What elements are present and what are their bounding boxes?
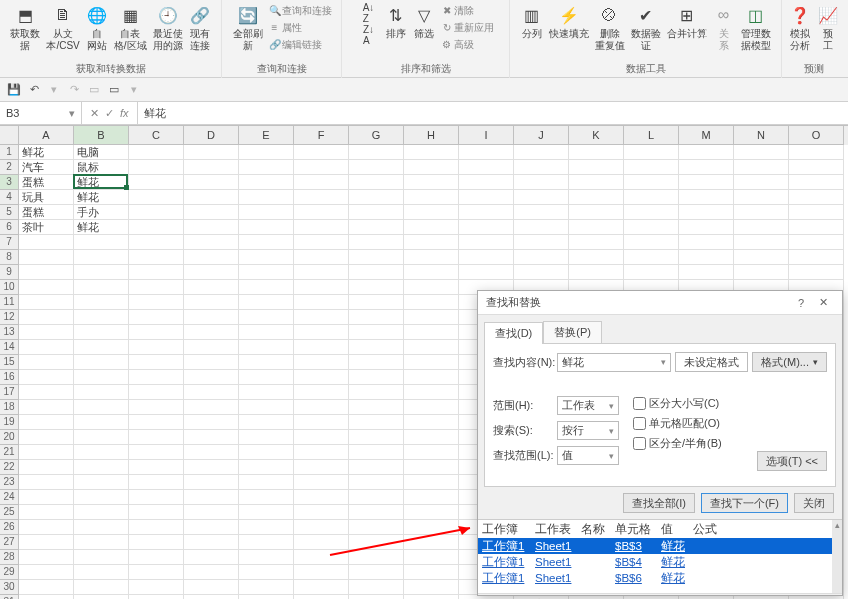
cell-A22[interactable] [19,460,74,475]
row-header-16[interactable]: 16 [0,370,19,385]
cell-G6[interactable] [349,220,404,235]
row-header-27[interactable]: 27 [0,535,19,550]
cell-A26[interactable] [19,520,74,535]
cell-F21[interactable] [294,445,349,460]
cell-C15[interactable] [129,355,184,370]
cell-D13[interactable] [184,325,239,340]
cell-F6[interactable] [294,220,349,235]
cell-J9[interactable] [514,265,569,280]
cell-D17[interactable] [184,385,239,400]
row-header-4[interactable]: 4 [0,190,19,205]
row-header-1[interactable]: 1 [0,145,19,160]
cell-H8[interactable] [404,250,459,265]
cell-C3[interactable] [129,175,184,190]
cell-F30[interactable] [294,580,349,595]
cell-F25[interactable] [294,505,349,520]
cell-C28[interactable] [129,550,184,565]
cell-H28[interactable] [404,550,459,565]
find-all-button[interactable]: 查找全部(I) [623,493,695,513]
cell-D26[interactable] [184,520,239,535]
cell-D3[interactable] [184,175,239,190]
cell-B29[interactable] [74,565,129,580]
cell-G9[interactable] [349,265,404,280]
cell-I6[interactable] [459,220,514,235]
cell-A10[interactable] [19,280,74,295]
cell-B8[interactable] [74,250,129,265]
cell-J7[interactable] [514,235,569,250]
row-header-14[interactable]: 14 [0,340,19,355]
cell-C14[interactable] [129,340,184,355]
row-header-29[interactable]: 29 [0,565,19,580]
tab-replace[interactable]: 替换(P) [543,321,602,343]
cell-C6[interactable] [129,220,184,235]
col-header-N[interactable]: N [734,126,789,145]
cell-A12[interactable] [19,310,74,325]
btn-data-val[interactable]: ✔数据验 证 [628,2,664,54]
match-cell-checkbox[interactable]: 单元格匹配(O) [633,416,747,431]
cell-C19[interactable] [129,415,184,430]
cell-N9[interactable] [734,265,789,280]
cell-D14[interactable] [184,340,239,355]
cell-E17[interactable] [239,385,294,400]
cell-H21[interactable] [404,445,459,460]
cell-H25[interactable] [404,505,459,520]
cell-C13[interactable] [129,325,184,340]
cell-G8[interactable] [349,250,404,265]
results-scrollbar[interactable]: ▴ [832,520,842,593]
cell-B28[interactable] [74,550,129,565]
btn-data-model[interactable]: ◫管理数 据模型 [738,2,774,54]
cell-F9[interactable] [294,265,349,280]
cell-D9[interactable] [184,265,239,280]
cell-B23[interactable] [74,475,129,490]
cell-A14[interactable] [19,340,74,355]
cell-D2[interactable] [184,160,239,175]
row-header-17[interactable]: 17 [0,385,19,400]
cell-H3[interactable] [404,175,459,190]
cell-C20[interactable] [129,430,184,445]
cancel-icon[interactable]: ✕ [90,107,99,120]
row-header-21[interactable]: 21 [0,445,19,460]
cell-E4[interactable] [239,190,294,205]
cell-F11[interactable] [294,295,349,310]
cell-H1[interactable] [404,145,459,160]
col-header-G[interactable]: G [349,126,404,145]
cell-E19[interactable] [239,415,294,430]
cell-E20[interactable] [239,430,294,445]
cell-L2[interactable] [624,160,679,175]
col-header-L[interactable]: L [624,126,679,145]
cell-B13[interactable] [74,325,129,340]
cell-C25[interactable] [129,505,184,520]
cell-B12[interactable] [74,310,129,325]
cell-K1[interactable] [569,145,624,160]
close-icon[interactable]: ✕ [812,296,834,309]
btn-get-data[interactable]: ⬒获取数 据 [7,2,43,54]
cell-E3[interactable] [239,175,294,190]
cell-D12[interactable] [184,310,239,325]
cell-A29[interactable] [19,565,74,580]
qat-undo[interactable]: ↶ [26,82,42,98]
cell-G22[interactable] [349,460,404,475]
cell-K7[interactable] [569,235,624,250]
cell-A1[interactable]: 鲜花 [19,145,74,160]
col-header-E[interactable]: E [239,126,294,145]
formula-input[interactable]: 鲜花 [138,102,848,124]
cell-F17[interactable] [294,385,349,400]
cell-N7[interactable] [734,235,789,250]
cell-E2[interactable] [239,160,294,175]
row-header-25[interactable]: 25 [0,505,19,520]
cell-E21[interactable] [239,445,294,460]
cell-D28[interactable] [184,550,239,565]
cell-L5[interactable] [624,205,679,220]
cell-O4[interactable] [789,190,844,205]
btn-text-to-col[interactable]: ▥分列 [518,2,546,42]
cell-A25[interactable] [19,505,74,520]
row-header-11[interactable]: 11 [0,295,19,310]
btn-from-csv[interactable]: 🗎从文 本/CSV [43,2,82,54]
cell-E24[interactable] [239,490,294,505]
cell-H29[interactable] [404,565,459,580]
cell-D25[interactable] [184,505,239,520]
cell-C27[interactable] [129,535,184,550]
cell-A7[interactable] [19,235,74,250]
cell-N5[interactable] [734,205,789,220]
cell-O2[interactable] [789,160,844,175]
